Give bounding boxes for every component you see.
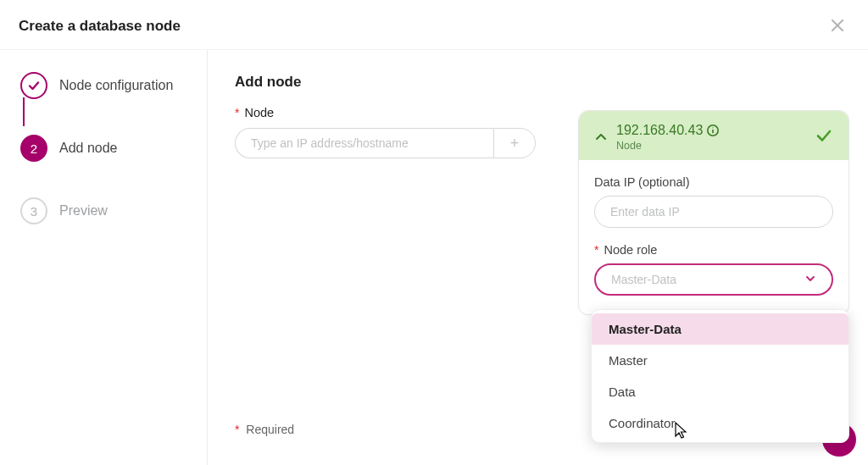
- dropdown-item-data[interactable]: Data: [592, 376, 849, 407]
- node-role-selected-placeholder: Master-Data: [611, 273, 676, 286]
- dropdown-item-master[interactable]: Master: [592, 345, 849, 376]
- node-panel-body: Data IP (optional) * Node role Master-Da…: [579, 160, 849, 314]
- node-role-dropdown: Master-Data Master Data Coordinator: [591, 309, 849, 443]
- node-panel-ip: 192.168.40.43: [616, 123, 833, 138]
- node-panel-header[interactable]: 192.168.40.43 Node: [579, 111, 849, 160]
- close-button[interactable]: [826, 12, 849, 41]
- check-icon: [815, 126, 833, 148]
- modal-create-database-node: Create a database node Node configuratio…: [0, 0, 868, 465]
- step-number: 2: [20, 135, 47, 162]
- node-ip-text: 192.168.40.43: [616, 123, 703, 138]
- node-role-label: * Node role: [594, 243, 833, 257]
- chevron-up-icon: [594, 130, 608, 144]
- required-footnote: * Required: [235, 423, 294, 436]
- modal-title: Create a database node: [19, 18, 181, 35]
- dropdown-item-master-data[interactable]: Master-Data: [592, 313, 849, 345]
- close-icon: [829, 17, 846, 34]
- node-label-text: Node: [244, 106, 274, 119]
- step-node-configuration[interactable]: Node configuration: [10, 69, 207, 102]
- required-asterisk: *: [235, 106, 239, 119]
- step-label: Preview: [59, 203, 108, 219]
- ip-input[interactable]: [235, 128, 493, 158]
- step-connector: [23, 97, 25, 126]
- svg-point-4: [713, 127, 714, 128]
- chevron-down-icon: [804, 273, 816, 287]
- required-text: Required: [246, 423, 294, 436]
- step-label: Add node: [59, 141, 118, 156]
- node-panel-subtitle: Node: [616, 140, 833, 152]
- node-role-label-text: Node role: [604, 243, 657, 257]
- node-role-select[interactable]: Master-Data: [594, 263, 833, 296]
- info-icon[interactable]: [706, 124, 720, 137]
- check-icon: [27, 79, 41, 92]
- section-heading: Add node: [235, 74, 841, 91]
- modal-header: Create a database node: [0, 0, 868, 49]
- step-label: Node configuration: [59, 78, 173, 93]
- stepper-sidebar: Node configuration 2 Add node 3 Preview: [0, 50, 208, 465]
- data-ip-label: Data IP (optional): [594, 175, 833, 189]
- required-asterisk: *: [235, 423, 239, 436]
- plus-icon: +: [510, 135, 520, 152]
- required-asterisk: *: [594, 243, 598, 257]
- node-panel: 192.168.40.43 Node Data IP (optional) * …: [578, 110, 849, 315]
- step-add-node[interactable]: 2 Add node: [10, 131, 207, 165]
- dropdown-item-coordinator[interactable]: Coordinator: [592, 407, 849, 439]
- step-number: 3: [20, 197, 47, 224]
- step-preview[interactable]: 3 Preview: [10, 194, 207, 228]
- data-ip-input[interactable]: [594, 196, 833, 228]
- add-ip-button[interactable]: +: [493, 128, 536, 158]
- node-panel-title-block: 192.168.40.43 Node: [616, 123, 833, 152]
